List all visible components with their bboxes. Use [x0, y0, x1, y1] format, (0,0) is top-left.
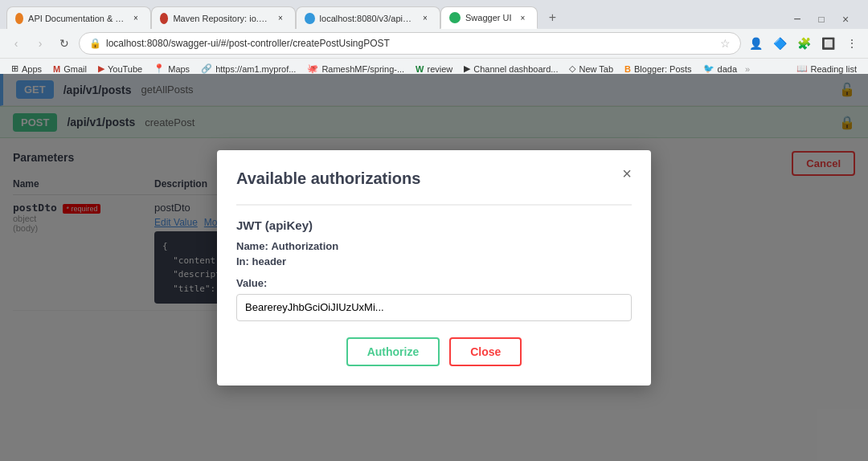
minimize-btn[interactable]: − [788, 10, 807, 29]
tab-bar: API Documentation & Design To... × Maven… [0, 0, 868, 29]
browser-chrome: API Documentation & Design To... × Maven… [0, 0, 868, 74]
modal-title: Available authorizations [236, 169, 632, 188]
modal-buttons: Authorize Close [236, 337, 632, 366]
menu-icon[interactable]: ⋮ [842, 34, 862, 53]
address-text: localhost:8080/swagger-ui/#/post-control… [106, 38, 715, 49]
back-btn[interactable]: ‹ [6, 34, 26, 53]
modal-overlay: Available authorizations × JWT (apiKey) … [0, 74, 868, 461]
authorization-modal: Available authorizations × JWT (apiKey) … [217, 150, 651, 386]
extension-icon-3[interactable]: 🔲 [818, 34, 837, 53]
nav-bar: ‹ › ↻ 🔒 localhost:8080/swagger-ui/#/post… [0, 29, 868, 58]
tab-maven[interactable]: Maven Repository: io.springfox... × [151, 6, 296, 29]
extension-icon-2[interactable]: 🧩 [794, 34, 813, 53]
tab-label: Swagger UI [465, 13, 511, 22]
value-input-group: Value: [236, 277, 632, 321]
forward-btn[interactable]: › [31, 34, 50, 53]
tab-label: Maven Repository: io.springfox... [173, 14, 269, 23]
name-label: Name: Authorization [236, 240, 632, 252]
tab-label: localhost:8080/v3/api-docs [320, 14, 414, 23]
modal-close-btn[interactable]: × [616, 163, 638, 186]
authorization-value-input[interactable] [236, 294, 632, 321]
profile-icon[interactable]: 👤 [746, 34, 765, 53]
tab-close-btn[interactable]: × [516, 11, 529, 24]
tab-label: API Documentation & Design To... [28, 14, 125, 23]
tab-close-btn[interactable]: × [419, 12, 432, 25]
tab-favicon [449, 12, 461, 23]
tab-close-btn[interactable]: × [129, 12, 142, 25]
tab-close-btn[interactable]: × [274, 12, 287, 25]
value-label: Value: [236, 277, 632, 289]
tab-favicon [305, 13, 315, 24]
new-tab-btn[interactable]: + [541, 6, 563, 29]
tab-swagger-ui[interactable]: Swagger UI × [440, 6, 538, 29]
maximize-btn[interactable]: □ [812, 10, 831, 29]
close-modal-button[interactable]: Close [449, 337, 522, 366]
reload-btn[interactable]: ↻ [55, 34, 74, 53]
address-bar[interactable]: 🔒 localhost:8080/swagger-ui/#/post-contr… [79, 32, 741, 55]
extension-icon[interactable]: 🔷 [770, 34, 789, 53]
close-window-btn[interactable]: × [836, 10, 855, 29]
main-content: GET /api/v1/posts getAllPosts 🔓 POST /ap… [0, 74, 868, 461]
bookmark-star[interactable]: ☆ [720, 37, 731, 50]
tab-favicon [160, 13, 168, 24]
modal-section-title: JWT (apiKey) [236, 218, 632, 232]
tab-favicon [15, 13, 23, 24]
in-label: In: header [236, 255, 632, 267]
nav-icons: 👤 🔷 🧩 🔲 ⋮ [746, 34, 862, 53]
tab-api-docs[interactable]: localhost:8080/v3/api-docs × [296, 6, 440, 29]
tab-api-documentation[interactable]: API Documentation & Design To... × [6, 6, 151, 29]
authorize-button[interactable]: Authorize [346, 337, 440, 366]
